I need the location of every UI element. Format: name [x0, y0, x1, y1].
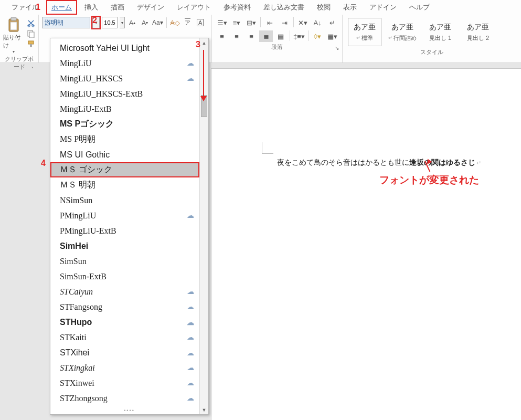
font-option[interactable]: STFangsong☁ [50, 299, 199, 314]
style-tile-1[interactable]: あア亜↵行間詰め [386, 18, 419, 46]
multilevel-button[interactable]: ⊟▾ [244, 17, 258, 28]
text-direction-button[interactable]: ✕▾ [296, 17, 310, 28]
align-left-button[interactable]: ≡ [215, 30, 229, 42]
copy-icon[interactable] [27, 29, 35, 38]
menu-item-10[interactable]: アドイン [363, 1, 403, 14]
font-option-label: PMingLiU [60, 211, 96, 220]
menu-item-2[interactable]: 挿入 [78, 1, 104, 14]
font-option[interactable]: STZhongsong☁ [50, 391, 199, 406]
menu-item-11[interactable]: ヘルプ [403, 1, 436, 14]
font-option[interactable]: MingLiU-ExtB [50, 101, 199, 117]
font-option[interactable]: NSimSun [50, 193, 199, 208]
style-tile-0[interactable]: あア亜↵標準 [348, 18, 381, 46]
phonetic-guide-button[interactable]: ア [183, 17, 193, 28]
dialog-launcher-icon[interactable]: ↘ [335, 45, 339, 51]
scroll-down-button[interactable]: ▼ [200, 405, 208, 414]
font-option[interactable]: MS P明朝 [50, 132, 199, 147]
document-text[interactable]: 夜をこめて鳥のそら音ははかるとも世に逢坂の関はゆるさじ↵ [277, 158, 481, 167]
numbering-button[interactable]: ≡▾ [230, 17, 243, 28]
indent-increase-button[interactable]: ⇥ [278, 17, 291, 28]
change-case-button[interactable]: Aa▾ [152, 17, 163, 28]
font-size-value: 10.5 [104, 19, 115, 26]
font-option-label: STXingkai [60, 363, 95, 373]
align-justify-button[interactable]: ≣ [259, 30, 273, 42]
font-option-label: SimSun [60, 257, 87, 266]
font-option[interactable]: SimSun-ExtB [50, 269, 199, 284]
align-center-button[interactable]: ≡ [230, 30, 243, 42]
resize-grip-icon[interactable]: •••• [124, 408, 135, 413]
svg-rect-1 [11, 17, 16, 20]
show-marks-button[interactable]: ↵ [325, 17, 339, 28]
menu-item-8[interactable]: 校閲 [311, 1, 337, 14]
margin-marker [262, 142, 273, 154]
menu-item-5[interactable]: レイアウト [171, 1, 217, 14]
font-option[interactable]: SimSun [50, 254, 199, 269]
shrink-font-button[interactable]: A▾ [140, 17, 150, 28]
style-sample: あア亜 [429, 23, 451, 32]
shading-button[interactable]: ◊▾ [311, 30, 324, 42]
font-name-input[interactable]: 游明朝 [42, 17, 90, 28]
style-tile-3[interactable]: あア亜見出し 2 [461, 18, 495, 46]
font-option[interactable]: STHupo☁ [50, 314, 199, 330]
bullets-button[interactable]: ☰▾ [215, 17, 229, 28]
font-option[interactable]: PMingLiU☁ [50, 208, 199, 223]
align-right-button[interactable]: ≡ [244, 30, 258, 42]
font-option[interactable]: MingLiU_HKSCS☁ [50, 71, 199, 86]
paragraph-mark-icon: ↵ [476, 160, 481, 166]
font-option[interactable]: STXinwei☁ [50, 375, 199, 391]
paste-label: 貼り付け [3, 34, 24, 49]
sort-button[interactable]: A↓ [311, 17, 324, 28]
menu-item-6[interactable]: 参考資料 [217, 1, 257, 14]
cloud-icon: ☁ [187, 349, 194, 357]
font-option[interactable]: STCaiyun☁ [50, 284, 199, 299]
font-option[interactable]: STXihei☁ [50, 345, 199, 360]
font-size-dropdown-button[interactable]: ▾ [120, 17, 125, 28]
menu-item-7[interactable]: 差し込み文書 [257, 1, 311, 14]
cut-icon[interactable] [27, 19, 35, 27]
scroll-up-button[interactable]: ▲ [200, 38, 208, 47]
font-option[interactable]: MS UI Gothic [50, 147, 199, 162]
menu-item-1[interactable]: ホーム [45, 1, 78, 14]
font-option[interactable]: MingLiU☁ [50, 56, 199, 71]
clear-format-button[interactable]: A◇ [170, 17, 180, 28]
font-option[interactable]: MS Pゴシック [50, 117, 199, 132]
cloud-icon: ☁ [187, 287, 194, 296]
borders-button[interactable]: ▦▾ [325, 30, 339, 42]
font-dropdown: Microsoft YaHei UI LightMingLiU☁MingLiU_… [50, 38, 209, 415]
font-option[interactable]: MingLiU_HKSCS-ExtB [50, 86, 199, 101]
grow-font-button[interactable]: A▴ [127, 17, 137, 28]
font-option-label: PMingLiU-ExtB [60, 226, 116, 236]
callout-3: 3 [196, 40, 200, 49]
font-option-label: STCaiyun [60, 287, 93, 297]
menu-item-3[interactable]: 描画 [104, 1, 131, 14]
format-painter-icon[interactable] [27, 40, 35, 48]
menu-item-4[interactable]: デザイン [131, 1, 171, 14]
font-option-label: MingLiU_HKSCS-ExtB [60, 89, 143, 99]
font-option[interactable]: STXingkai☁ [50, 360, 199, 375]
cloud-icon: ☁ [187, 211, 194, 220]
paste-button[interactable]: 貼り付け ▾ [3, 17, 24, 54]
ribbon-group-clipboard: 貼り付け ▾ クリップボード ↘ [0, 15, 39, 62]
callout-1: 1 [36, 3, 40, 12]
svg-rect-2 [10, 22, 17, 30]
font-option[interactable]: ＭＳ ゴシック [50, 162, 199, 177]
style-label: ↵行間詰め [388, 34, 417, 42]
font-option[interactable]: ＭＳ 明朝 [50, 177, 199, 193]
paragraph-caption: 段落 [271, 44, 283, 50]
distribute-button[interactable]: ▤ [274, 30, 288, 42]
menu-item-9[interactable]: 表示 [337, 1, 363, 14]
style-tile-2[interactable]: あア亜見出し 1 [423, 18, 457, 46]
char-border-button[interactable]: A [195, 17, 206, 28]
font-size-input[interactable]: 10.5 [102, 17, 118, 28]
annotation-font-changed: フォントが変更された [379, 173, 479, 187]
svg-rect-6 [29, 32, 34, 38]
indent-decrease-button[interactable]: ⇤ [263, 17, 277, 28]
ribbon-group-paragraph: ☰▾ ≡▾ ⊟▾ ⇤ ⇥ ✕▾ A↓ ↵ ≡ ≡ ≡ ≣ ▤ ‡≡▾ ◊▾ [212, 15, 343, 62]
font-option[interactable]: PMingLiU-ExtB [50, 223, 199, 238]
font-option[interactable]: STKaiti☁ [50, 330, 199, 345]
callout-2: 2 [92, 16, 97, 25]
line-spacing-button[interactable]: ‡≡▾ [292, 30, 306, 42]
style-sample: あア亜 [391, 23, 413, 32]
font-option[interactable]: Microsoft YaHei UI Light [50, 40, 199, 56]
font-option[interactable]: SimHei [50, 238, 199, 254]
